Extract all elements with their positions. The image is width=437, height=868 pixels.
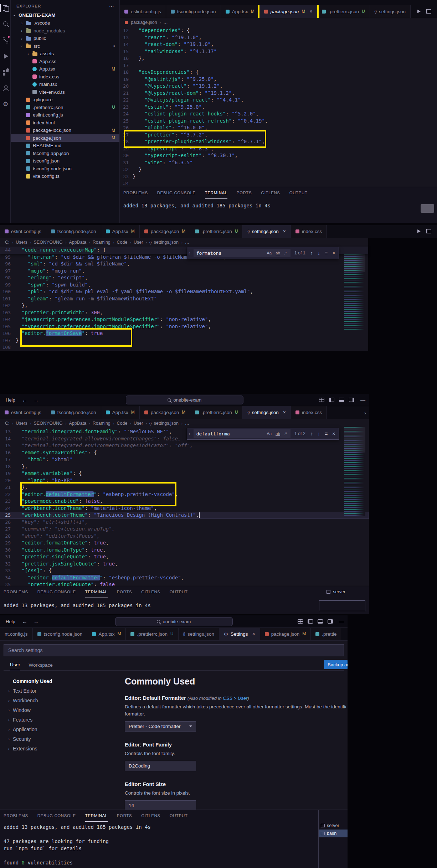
panel-tab-debug-console[interactable]: DEBUG CONSOLE bbox=[37, 813, 76, 822]
panel-tab-terminal[interactable]: TERMINAL bbox=[85, 813, 108, 822]
close-find-icon[interactable]: × bbox=[331, 431, 336, 436]
minimap[interactable] bbox=[344, 427, 365, 516]
tree-item-node-modules[interactable]: ›node_modules bbox=[11, 27, 119, 35]
code-line[interactable]: 28 "when": "editorTextFocus", bbox=[0, 533, 369, 540]
toggle-secondary-sidebar-icon[interactable] bbox=[349, 398, 354, 402]
breadcrumb-item[interactable]: User bbox=[134, 421, 143, 426]
toc-item-window[interactable]: ›Window bbox=[4, 705, 89, 715]
tab-index-css[interactable]: index.css bbox=[291, 406, 327, 419]
tree-item-index-html[interactable]: index.html bbox=[11, 119, 119, 127]
explorer-icon[interactable] bbox=[0, 4, 11, 12]
code-line[interactable]: 32 } bbox=[120, 166, 437, 173]
breadcrumb-item[interactable]: package.json bbox=[131, 20, 157, 25]
panel-tab-ports[interactable]: PORTS bbox=[117, 590, 132, 598]
code-line[interactable]: 102 }, bbox=[0, 302, 368, 309]
code-line[interactable]: 25 "workbench.colorTheme": "Tinacious De… bbox=[0, 512, 369, 519]
tab-app-tsx[interactable]: App.tsxM bbox=[221, 5, 259, 18]
tab-app-tsx[interactable]: App.tsxM bbox=[101, 225, 140, 238]
panel-tab-ports[interactable]: PORTS bbox=[237, 191, 252, 199]
tree-item-app-css[interactable]: App.css bbox=[11, 58, 119, 66]
tree-item-tsconfig-app-json[interactable]: tsconfig.app.json bbox=[11, 150, 119, 157]
tab-eslint-config-js[interactable]: eslint.config.js bbox=[120, 5, 166, 18]
run-icon[interactable] bbox=[417, 10, 421, 13]
tab-app-tsx[interactable]: App.tsxM bbox=[87, 627, 126, 640]
breadcrumb-item[interactable]: Roaming bbox=[93, 240, 110, 245]
code-line[interactable]: 27 "command": "extension.wrapTag", bbox=[0, 526, 369, 533]
project-root[interactable]: › ONEBITE-EXAM bbox=[11, 11, 119, 19]
nav-back-icon[interactable]: ← bbox=[21, 397, 29, 403]
font-size-input[interactable]: 14 bbox=[125, 800, 196, 810]
breadcrumb-item[interactable]: SEONYOUNG bbox=[34, 240, 63, 245]
code-line[interactable]: 96 "sml": "cd $dir && sml $fileName", bbox=[0, 260, 368, 268]
prev-match-icon[interactable]: ↑ bbox=[309, 431, 314, 436]
code-line[interactable]: 30 "editor.formatOnType": true, bbox=[0, 547, 369, 554]
regex-icon[interactable]: .* bbox=[283, 250, 288, 255]
breadcrumb-item[interactable]: settings.json bbox=[154, 240, 178, 245]
tab-package-json[interactable]: package.jsonM bbox=[140, 225, 191, 238]
breadcrumb-item[interactable]: C: bbox=[5, 421, 10, 426]
panel-tab-gitlens[interactable]: GITLENS bbox=[141, 590, 160, 598]
account-icon[interactable] bbox=[0, 84, 11, 92]
settings-gear-icon[interactable]: ⚙ bbox=[0, 100, 11, 108]
run-debug-icon[interactable] bbox=[0, 52, 11, 60]
extensions-icon[interactable] bbox=[0, 68, 11, 76]
tree-item-gitignore[interactable]: .gitignore bbox=[11, 96, 119, 104]
panel-tab-output[interactable]: OUTPUT bbox=[289, 191, 308, 199]
tree-item-prettierrc-json[interactable]: .prettierrc.jsonU bbox=[11, 104, 119, 112]
whole-word-icon[interactable]: ab bbox=[275, 250, 281, 255]
tab-app-tsx[interactable]: App.tsxM bbox=[101, 406, 140, 419]
source-control-icon[interactable] bbox=[0, 36, 11, 44]
breadcrumb-item[interactable]: … bbox=[185, 240, 190, 245]
breadcrumb-item[interactable]: Code bbox=[117, 240, 127, 245]
backup-settings-button[interactable]: Backup ar bbox=[324, 660, 348, 669]
tab-tsconfig-node-json[interactable]: tsconfig.node.json bbox=[46, 225, 101, 238]
panel-tab-output[interactable]: OUTPUT bbox=[170, 590, 188, 598]
code-line[interactable]: 31 "vite": "^6.3.5" bbox=[120, 159, 437, 166]
toc-item-application[interactable]: ›Application bbox=[4, 724, 89, 734]
toc-item-text-editor[interactable]: ›Text Editor bbox=[4, 686, 89, 696]
next-match-icon[interactable]: ↓ bbox=[317, 250, 321, 256]
code-line[interactable]: 97 "mojo": "mojo run", bbox=[0, 268, 368, 275]
code-line[interactable]: 19 "emmet.variables": { bbox=[0, 470, 369, 477]
code-line[interactable]: 104 "javascript.preferences.importModule… bbox=[0, 316, 368, 323]
code-line[interactable]: 16 }, bbox=[120, 55, 437, 62]
settings-search-input[interactable]: Search settings bbox=[4, 644, 344, 656]
code-line[interactable]: 34 "editor.defaultFormatter": "esbenp.pr… bbox=[0, 574, 369, 582]
toc-item-features[interactable]: ›Features bbox=[4, 715, 89, 724]
search-icon[interactable] bbox=[0, 20, 11, 28]
tab-eslint-config-js[interactable]: eslint.config.js bbox=[0, 225, 46, 238]
command-center-search[interactable]: onebite-exam bbox=[115, 617, 233, 626]
run-icon[interactable] bbox=[417, 229, 421, 233]
tree-item-vite-config-ts[interactable]: vite.config.ts bbox=[11, 172, 119, 180]
tree-item-main-tsx[interactable]: main.tsx bbox=[11, 81, 119, 88]
terminal-output[interactable]: added 13 packages, and audited 185 packa… bbox=[4, 823, 314, 866]
tab-scroll-icon[interactable]: › bbox=[363, 410, 369, 419]
whole-word-icon[interactable]: ab bbox=[275, 431, 281, 436]
panel-tab-ports[interactable]: PORTS bbox=[117, 813, 132, 822]
find-collapse-icon[interactable]: ‹ bbox=[188, 431, 191, 436]
toggle-sidebar-icon[interactable] bbox=[308, 619, 313, 624]
tab-index-css[interactable]: index.css bbox=[291, 225, 327, 238]
tab-settings-json[interactable]: {}settings.json× bbox=[243, 225, 291, 238]
code-line[interactable]: 20 "@types/react": "^19.1.2", bbox=[120, 83, 437, 90]
tab-tsconfig-node-json[interactable]: tsconfig.node.json bbox=[33, 627, 88, 640]
tab-settings-json[interactable]: {}settings.json× bbox=[243, 406, 291, 419]
tree-item-vscode[interactable]: ›.vscode bbox=[11, 19, 119, 27]
split-editor-icon[interactable] bbox=[426, 229, 431, 233]
code-line[interactable]: 12 "dependencies": { bbox=[120, 27, 437, 34]
panel-tab-gitlens[interactable]: GITLENS bbox=[261, 191, 280, 199]
breadcrumb[interactable]: package.json›… bbox=[120, 18, 437, 27]
split-editor-icon[interactable] bbox=[426, 9, 431, 14]
tree-item-public[interactable]: ›public bbox=[11, 35, 119, 42]
find-in-selection-icon[interactable]: ≡ bbox=[324, 250, 329, 256]
toggle-panel-icon[interactable] bbox=[318, 619, 323, 624]
code-line[interactable]: 33} bbox=[120, 173, 437, 180]
tab-prettierrc-json[interactable]: .prettierrc.jsonU bbox=[190, 406, 243, 419]
match-case-icon[interactable]: Aa bbox=[266, 250, 272, 255]
tree-item-vite-env-d-ts[interactable]: vite-env.d.ts bbox=[11, 88, 119, 96]
code-line[interactable]: 101 "gleam": "gleam run -m $fileNameWith… bbox=[0, 295, 368, 303]
panel-tab-output[interactable]: OUTPUT bbox=[170, 813, 188, 822]
match-case-icon[interactable]: Aa bbox=[266, 431, 272, 436]
breadcrumb-item[interactable]: settings.json bbox=[154, 421, 178, 426]
code-line[interactable]: 17 bbox=[120, 62, 437, 69]
